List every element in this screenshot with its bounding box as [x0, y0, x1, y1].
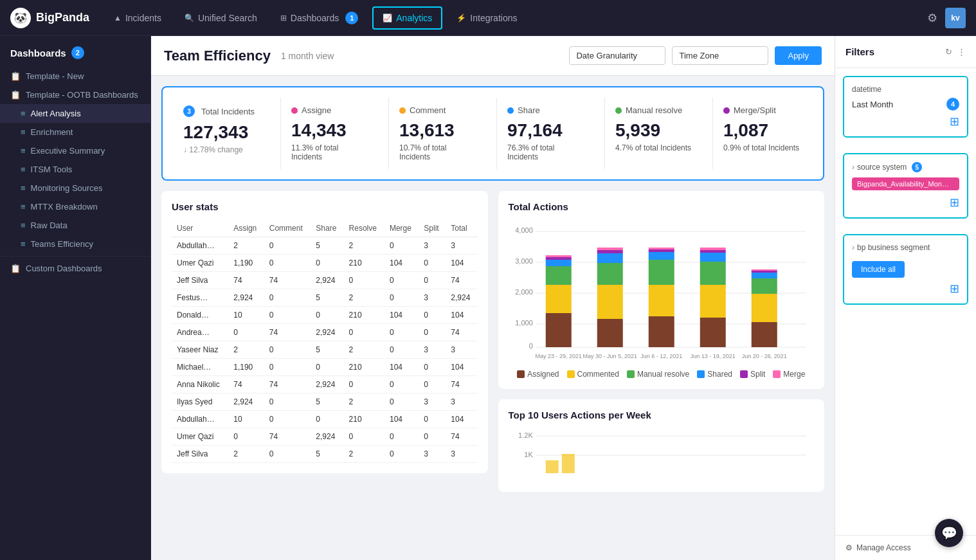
sidebar-template-new-label: Template - New: [26, 71, 84, 81]
sidebar-item-itsm-tools[interactable]: ≡ ITSM Tools: [0, 160, 150, 179]
stat-merge-split-label: Merge/Split: [723, 105, 802, 115]
nav-analytics[interactable]: 📈 Analytics: [372, 6, 442, 30]
stat-total-incidents-value: 127,343: [183, 122, 262, 143]
nav-dashboards-label: Dashboards: [291, 13, 339, 23]
datetime-filter-badge: 4: [946, 98, 959, 111]
sidebar-item-raw-data[interactable]: ≡ Raw Data: [0, 216, 150, 235]
date-granularity-select[interactable]: Date Granularity: [569, 46, 665, 65]
legend-manual-resolve: Manual resolve: [627, 370, 689, 379]
legend-split-dot: [740, 370, 748, 378]
stat-total-incidents-label: 3 Total Incidents: [183, 105, 262, 117]
nav-integrations-label: Integrations: [470, 13, 517, 23]
apply-button[interactable]: Apply: [775, 46, 822, 65]
sidebar-item-teams-efficiency[interactable]: ≡ Teams Efficiency: [0, 235, 150, 253]
more-icon[interactable]: ⋮: [957, 47, 966, 57]
sidebar-raw-data-label: Raw Data: [31, 221, 68, 230]
page-title: Team Efficiency: [164, 48, 271, 64]
sidebar-item-executive-summary[interactable]: ≡ Executive Summary: [0, 141, 150, 160]
table-row: Umer Qazi0742,92400074: [172, 428, 478, 446]
legend-assigned: Assigned: [517, 370, 559, 379]
legend-merge-label: Merge: [783, 370, 805, 379]
template-ootb-icon: 📋: [10, 90, 21, 100]
filters-icons: ↻ ⋮: [945, 47, 966, 57]
legend-assigned-dot: [517, 370, 525, 378]
svg-text:1K: 1K: [524, 451, 533, 458]
svg-rect-27: [648, 248, 674, 249]
legend-manual-dot: [627, 370, 635, 378]
stat-assigne-change: 11.3% of total Incidents: [291, 143, 370, 161]
svg-rect-49: [545, 460, 558, 473]
filters-panel: Filters ↻ ⋮ datetime Last Month 4 ⊞ › so…: [835, 36, 976, 560]
logo-text: BigPanda: [36, 11, 89, 24]
time-zone-select[interactable]: Time Zone: [672, 46, 768, 65]
chat-button[interactable]: 💬: [935, 519, 963, 547]
nav-search-label: Unified Search: [198, 13, 257, 23]
stat-comment-value: 13,613: [399, 120, 478, 141]
sidebar-item-monitoring-sources[interactable]: ≡ Monitoring Sources: [0, 179, 150, 197]
svg-rect-24: [648, 260, 674, 285]
datetime-toggle[interactable]: ⊞: [950, 115, 959, 128]
assigne-dot: [291, 107, 298, 114]
refresh-icon[interactable]: ↻: [945, 47, 952, 57]
col-comment: Comment: [264, 220, 311, 237]
content-header: Team Efficiency 1 month view Date Granul…: [151, 36, 835, 76]
business-toggle[interactable]: ⊞: [950, 282, 959, 295]
datetime-filter-label: datetime: [852, 85, 959, 94]
sidebar-monitoring-sources-label: Monitoring Sources: [31, 183, 103, 193]
sidebar-item-template-ootb[interactable]: 📋 Template - OOTB Dashboards: [0, 86, 150, 104]
stat-card-merge-split: Merge/Split 1,087 0.9% of total Incident…: [712, 98, 813, 169]
executive-summary-icon: ≡: [21, 146, 26, 156]
nav-unified-search[interactable]: 🔍 Unified Search: [176, 8, 266, 28]
stat-manual-resolve-change: 4.7% of total Incidents: [615, 143, 694, 152]
svg-text:Jun 6 - 12, 2021: Jun 6 - 12, 2021: [640, 353, 682, 359]
svg-rect-35: [751, 294, 777, 322]
svg-rect-19: [597, 253, 622, 263]
sidebar-item-mttx[interactable]: ≡ MTTX Breakdown: [0, 197, 150, 216]
app-body: Dashboards 2 📋 Template - New 📋 Template…: [0, 36, 976, 560]
merge-split-dot: [723, 107, 730, 114]
nav-dashboards[interactable]: ⊞ Dashboards 1: [271, 6, 368, 30]
stat-cards-row: 3 Total Incidents 127,343 ↓ 12.78% chang…: [161, 86, 824, 181]
source-badge: 5: [912, 162, 922, 172]
svg-rect-50: [561, 454, 574, 473]
source-system-label: › source system 5: [852, 162, 959, 172]
svg-text:0: 0: [529, 342, 532, 350]
alert-analysis-icon: ≡: [21, 109, 26, 118]
svg-text:May 30 - Jun 5, 2021: May 30 - Jun 5, 2021: [583, 353, 637, 359]
stat-manual-resolve-value: 5,939: [615, 120, 694, 141]
settings-icon[interactable]: ⚙: [927, 11, 937, 25]
sidebar-mttx-label: MTTX Breakdown: [31, 202, 98, 212]
table-row: Anna Nikolic74742,92400074: [172, 376, 478, 393]
source-toggle[interactable]: ⊞: [950, 196, 959, 209]
sidebar-item-alert-analysis[interactable]: ≡ Alert Analysis: [0, 104, 150, 123]
col-user: User: [172, 220, 228, 237]
stat-card-share: Share 97,164 76.3% of total Incidents: [496, 98, 597, 169]
svg-rect-15: [545, 255, 571, 257]
svg-text:3,000: 3,000: [515, 257, 533, 265]
avatar[interactable]: kv: [945, 8, 966, 28]
template-new-icon: 📋: [10, 71, 21, 81]
chart-legend: Assigned Commented Manual resolve: [509, 370, 815, 379]
legend-commented-label: Commented: [577, 370, 619, 379]
stat-comment-change: 10.7% of total Incidents: [399, 143, 478, 161]
legend-shared-dot: [697, 370, 705, 378]
nav-incidents[interactable]: ▲ Incidents: [105, 8, 170, 28]
sidebar-item-custom-dashboards[interactable]: 📋 Custom Dashboards: [0, 259, 150, 278]
table-row: Jeff Silva74742,92400074: [172, 272, 478, 289]
top-navigation: 🐼 BigPanda ▲ Incidents 🔍 Unified Search …: [0, 0, 976, 36]
sidebar-item-enrichment[interactable]: ≡ Enrichment: [0, 123, 150, 141]
sidebar-item-template-new[interactable]: 📋 Template - New: [0, 67, 150, 86]
include-all-button[interactable]: Include all: [852, 261, 905, 278]
main-content: Team Efficiency 1 month view Date Granul…: [151, 36, 835, 560]
legend-merge: Merge: [773, 370, 805, 379]
stat-total-incidents-change: ↓ 12.78% change: [183, 145, 262, 154]
table-row: Michael…1,190002101040104: [172, 359, 478, 376]
user-stats-thead: User Assign Comment Share Resolve Merge …: [172, 220, 478, 237]
top10-chart-svg: 1.2K 1K: [509, 428, 815, 480]
itsm-tools-icon: ≡: [21, 165, 26, 174]
nav-integrations[interactable]: ⚡ Integrations: [447, 8, 526, 28]
table-row: Andrea…0742,92400074: [172, 324, 478, 341]
top10-title: Top 10 Users Actions per Week: [509, 410, 815, 420]
source-system-filter: › source system 5 Bigpanda_Availability_…: [843, 153, 968, 219]
table-row: Umer Qazi1,190002101040104: [172, 255, 478, 272]
